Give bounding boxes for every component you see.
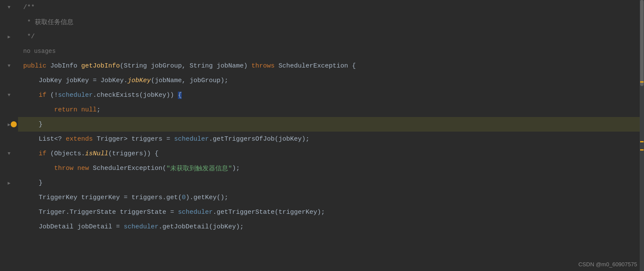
kw-public: public	[23, 62, 46, 70]
gutter-row-14	[0, 190, 18, 205]
zero: (	[178, 194, 182, 201]
type-triggerstate: TriggerState	[70, 209, 116, 216]
type-string2: String	[189, 62, 213, 70]
indent2	[23, 106, 54, 114]
space	[62, 136, 66, 143]
fold-arrow-7[interactable]	[8, 92, 11, 98]
brace-close-13: }	[39, 179, 43, 187]
indent1	[23, 92, 39, 99]
gutter-row-15	[0, 205, 18, 219]
indent1	[23, 194, 39, 201]
indent1	[23, 179, 39, 187]
method-checkexists: checkExists	[97, 92, 139, 99]
code-line-7: if (! scheduler . checkExists (jobKey)) …	[18, 88, 640, 102]
space2	[89, 165, 93, 172]
end: );	[232, 165, 240, 172]
gutter-row-16	[0, 219, 18, 234]
args3: (triggerKey);	[275, 209, 325, 216]
scroll-marker-2	[640, 141, 644, 142]
brace-open: {	[348, 62, 356, 70]
kw-null: null	[81, 106, 97, 114]
code-area: /** * 获取任务信息 */ no usages public JobInfo…	[18, 0, 640, 271]
indent1	[23, 150, 39, 157]
code-line-15: Trigger . TriggerState triggerState = sc…	[18, 205, 640, 219]
code-line-2: * 获取任务信息	[18, 15, 640, 29]
scrollbar[interactable]	[640, 0, 644, 271]
fold-arrow-3[interactable]	[8, 34, 11, 40]
dot7: .	[159, 223, 162, 231]
var-triggers2: triggers	[131, 194, 162, 201]
type-jobinfo: JobInfo	[50, 62, 77, 70]
space3	[128, 136, 131, 143]
gutter-row-8	[0, 102, 18, 117]
fold-arrow-5[interactable]	[8, 63, 11, 68]
dot6: .	[213, 209, 217, 216]
brace-selected: {	[178, 92, 182, 99]
fold-arrow-9[interactable]	[8, 122, 11, 127]
kw-new: new	[77, 165, 89, 172]
indent1	[23, 223, 39, 231]
watermark: CSDN @m0_60907575	[578, 261, 637, 268]
kw-if2: if	[39, 150, 46, 157]
code-line-12: throw new SchedulerException ( "未获取到触发器信…	[18, 161, 640, 176]
scrollbar-thumb[interactable]	[640, 0, 644, 86]
gutter-row-12	[0, 161, 18, 176]
fold-arrow-13[interactable]	[8, 180, 11, 186]
code-line-11: if ( Objects . isNull (triggers)) {	[18, 146, 640, 161]
indent2	[23, 165, 54, 172]
code-line-9: }	[18, 117, 640, 132]
fold-arrow-1[interactable]	[8, 5, 11, 10]
gutter-row-13[interactable]	[0, 176, 18, 190]
watermark-text: CSDN @m0_60907575	[578, 261, 637, 268]
method-gettriggersofjob: getTriggersOfJob	[213, 136, 275, 143]
type-trigger2: Trigger	[39, 209, 66, 216]
fold-arrow-11[interactable]	[8, 151, 11, 156]
type-triggerkey: TriggerKey	[39, 194, 77, 201]
comment-open: /**	[23, 4, 35, 11]
gutter-row-6	[0, 73, 18, 88]
method-gettriggerstate: getTriggerState	[217, 209, 275, 216]
var-scheduler3: scheduler	[178, 209, 213, 216]
space	[73, 165, 77, 172]
code-line-14: TriggerKey triggerKey = triggers . get (…	[18, 190, 640, 205]
code-lines: /** * 获取任务信息 */ no usages public JobInfo…	[18, 0, 640, 234]
method-isnull: isNull	[85, 150, 108, 157]
code-line-8: return null ;	[18, 102, 640, 117]
indent1	[23, 121, 39, 128]
code-line-1: /**	[18, 0, 640, 15]
paren-close: )	[244, 62, 247, 70]
gutter-row-11[interactable]	[0, 146, 18, 161]
kw-extends: extends	[66, 136, 93, 143]
dot2: .	[209, 136, 213, 143]
equals4: =	[166, 209, 178, 216]
code-line-3: */	[18, 29, 640, 44]
code-line-16: JobDetail jobDetail = scheduler . getJob…	[18, 219, 640, 234]
indent1	[23, 77, 39, 84]
scroll-marker-1	[640, 81, 644, 83]
space	[73, 223, 77, 231]
scroll-marker-3	[640, 149, 644, 151]
var-scheduler2: scheduler	[174, 136, 209, 143]
args: (jobName, jobGroup);	[151, 77, 228, 84]
method-getjobinfo: getJobInfo	[81, 62, 120, 70]
space	[213, 62, 217, 70]
gutter-row-1[interactable]	[0, 0, 18, 15]
space3	[275, 62, 278, 70]
method-getjobdetail: getJobDetail	[162, 223, 209, 231]
type-trigger: Trigger>	[97, 136, 128, 143]
gutter-row-3[interactable]	[0, 29, 18, 44]
type-schedulerexception2: SchedulerException	[93, 165, 162, 172]
comment-body: * 获取任务信息	[23, 18, 73, 26]
space	[77, 106, 81, 114]
equals: =	[89, 77, 101, 84]
args-brace: (jobKey))	[139, 92, 178, 99]
paren-open: (	[120, 62, 124, 70]
param-jobname: jobName	[217, 62, 244, 70]
var-scheduler: scheduler	[58, 92, 93, 99]
end2: ();	[217, 194, 228, 201]
gutter-row-5[interactable]	[0, 59, 18, 73]
gutter-row-7[interactable]	[0, 88, 18, 102]
space	[62, 77, 66, 84]
space: (!	[46, 92, 58, 99]
var-triggerkey: triggerKey	[81, 194, 120, 201]
